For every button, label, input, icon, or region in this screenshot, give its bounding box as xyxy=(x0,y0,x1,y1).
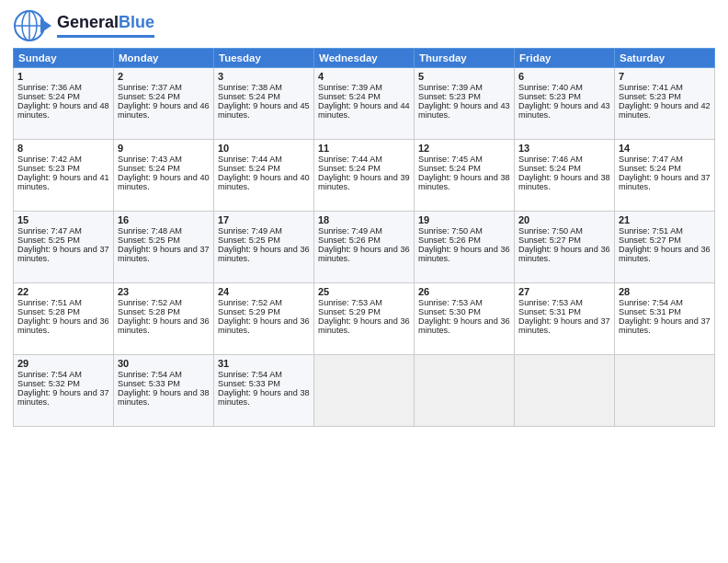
day-number: 30 xyxy=(118,358,210,369)
sunrise: Sunrise: 7:43 AM xyxy=(118,155,182,164)
sunset: Sunset: 5:26 PM xyxy=(418,236,481,245)
daylight: Daylight: 9 hours and 36 minutes. xyxy=(418,316,510,335)
weekday-thursday: Thursday xyxy=(415,49,515,68)
daylight: Daylight: 9 hours and 37 minutes. xyxy=(619,173,711,191)
weekday-sunday: Sunday xyxy=(14,49,114,68)
calendar-cell: 17Sunrise: 7:49 AMSunset: 5:25 PMDayligh… xyxy=(214,212,314,283)
sunrise: Sunrise: 7:53 AM xyxy=(318,298,382,307)
calendar-cell: 30Sunrise: 7:54 AMSunset: 5:33 PMDayligh… xyxy=(114,355,214,427)
sunset: Sunset: 5:24 PM xyxy=(518,164,581,173)
calendar-cell: 19Sunrise: 7:50 AMSunset: 5:26 PMDayligh… xyxy=(415,212,515,283)
calendar-cell: 10Sunrise: 7:44 AMSunset: 5:24 PMDayligh… xyxy=(214,140,314,212)
day-number: 5 xyxy=(418,71,510,82)
day-number: 18 xyxy=(318,214,410,225)
sunset: Sunset: 5:25 PM xyxy=(118,236,180,245)
daylight: Daylight: 9 hours and 38 minutes. xyxy=(518,173,610,191)
calendar-cell: 8Sunrise: 7:42 AMSunset: 5:23 PMDaylight… xyxy=(14,140,114,212)
sunset: Sunset: 5:24 PM xyxy=(218,92,280,101)
sunset: Sunset: 5:27 PM xyxy=(518,236,581,245)
day-number: 17 xyxy=(218,214,310,225)
calendar-body: 1Sunrise: 7:36 AMSunset: 5:24 PMDaylight… xyxy=(14,68,715,427)
calendar-cell: 1Sunrise: 7:36 AMSunset: 5:24 PMDaylight… xyxy=(14,68,114,140)
sunrise: Sunrise: 7:45 AM xyxy=(418,155,483,164)
day-number: 2 xyxy=(118,71,210,82)
daylight: Daylight: 9 hours and 36 minutes. xyxy=(218,245,310,263)
sunset: Sunset: 5:31 PM xyxy=(619,307,681,316)
day-number: 24 xyxy=(218,286,310,297)
sunset: Sunset: 5:32 PM xyxy=(17,379,80,388)
sunset: Sunset: 5:24 PM xyxy=(318,92,381,101)
sunrise: Sunrise: 7:38 AM xyxy=(218,83,282,92)
calendar-week-4: 22Sunrise: 7:51 AMSunset: 5:28 PMDayligh… xyxy=(14,283,715,355)
sunrise: Sunrise: 7:50 AM xyxy=(518,226,583,236)
day-number: 28 xyxy=(619,286,711,297)
calendar-cell xyxy=(515,355,615,427)
sunset: Sunset: 5:24 PM xyxy=(318,164,381,173)
calendar-cell: 4Sunrise: 7:39 AMSunset: 5:24 PMDaylight… xyxy=(314,68,415,140)
daylight: Daylight: 9 hours and 44 minutes. xyxy=(318,101,410,120)
sunrise: Sunrise: 7:53 AM xyxy=(418,298,483,307)
daylight: Daylight: 9 hours and 46 minutes. xyxy=(118,101,210,120)
calendar-cell xyxy=(615,355,715,427)
calendar-cell: 20Sunrise: 7:50 AMSunset: 5:27 PMDayligh… xyxy=(515,212,615,283)
sunset: Sunset: 5:27 PM xyxy=(619,236,681,245)
calendar-cell xyxy=(314,355,415,427)
sunset: Sunset: 5:33 PM xyxy=(218,379,280,388)
day-number: 11 xyxy=(318,143,410,154)
sunset: Sunset: 5:23 PM xyxy=(17,164,80,173)
calendar-cell: 29Sunrise: 7:54 AMSunset: 5:32 PMDayligh… xyxy=(14,355,114,427)
logo: GeneralBlue xyxy=(13,9,154,42)
sunrise: Sunrise: 7:52 AM xyxy=(218,298,282,307)
calendar-cell: 28Sunrise: 7:54 AMSunset: 5:31 PMDayligh… xyxy=(615,283,715,355)
sunrise: Sunrise: 7:47 AM xyxy=(17,226,82,236)
sunrise: Sunrise: 7:41 AM xyxy=(619,83,683,92)
calendar-cell: 26Sunrise: 7:53 AMSunset: 5:30 PMDayligh… xyxy=(415,283,515,355)
calendar-cell xyxy=(415,355,515,427)
calendar-cell: 25Sunrise: 7:53 AMSunset: 5:29 PMDayligh… xyxy=(314,283,415,355)
sunset: Sunset: 5:31 PM xyxy=(518,307,581,316)
sunset: Sunset: 5:28 PM xyxy=(118,307,180,316)
calendar-cell: 16Sunrise: 7:48 AMSunset: 5:25 PMDayligh… xyxy=(114,212,214,283)
calendar-week-3: 15Sunrise: 7:47 AMSunset: 5:25 PMDayligh… xyxy=(14,212,715,283)
daylight: Daylight: 9 hours and 36 minutes. xyxy=(318,316,410,335)
calendar-week-5: 29Sunrise: 7:54 AMSunset: 5:32 PMDayligh… xyxy=(14,355,715,427)
calendar-cell: 5Sunrise: 7:39 AMSunset: 5:23 PMDaylight… xyxy=(415,68,515,140)
sunrise: Sunrise: 7:51 AM xyxy=(619,226,683,236)
daylight: Daylight: 9 hours and 41 minutes. xyxy=(17,173,109,191)
daylight: Daylight: 9 hours and 36 minutes. xyxy=(418,245,510,263)
day-number: 27 xyxy=(518,286,610,297)
day-number: 14 xyxy=(619,143,711,154)
daylight: Daylight: 9 hours and 42 minutes. xyxy=(619,101,711,120)
daylight: Daylight: 9 hours and 48 minutes. xyxy=(17,101,109,120)
sunrise: Sunrise: 7:52 AM xyxy=(118,298,182,307)
daylight: Daylight: 9 hours and 43 minutes. xyxy=(418,101,510,120)
daylight: Daylight: 9 hours and 36 minutes. xyxy=(318,245,410,263)
sunrise: Sunrise: 7:44 AM xyxy=(218,155,282,164)
sunrise: Sunrise: 7:36 AM xyxy=(17,83,82,92)
daylight: Daylight: 9 hours and 37 minutes. xyxy=(619,316,711,335)
sunrise: Sunrise: 7:39 AM xyxy=(318,83,382,92)
main-container: GeneralBlue SundayMondayTuesdayWednesday… xyxy=(0,0,728,563)
day-number: 13 xyxy=(518,143,610,154)
calendar-cell: 21Sunrise: 7:51 AMSunset: 5:27 PMDayligh… xyxy=(615,212,715,283)
daylight: Daylight: 9 hours and 37 minutes. xyxy=(17,388,109,407)
day-number: 1 xyxy=(17,71,109,82)
sunrise: Sunrise: 7:51 AM xyxy=(17,298,82,307)
sunset: Sunset: 5:24 PM xyxy=(17,92,80,101)
day-number: 12 xyxy=(418,143,510,154)
daylight: Daylight: 9 hours and 45 minutes. xyxy=(218,101,310,120)
calendar-cell: 15Sunrise: 7:47 AMSunset: 5:25 PMDayligh… xyxy=(14,212,114,283)
sunrise: Sunrise: 7:53 AM xyxy=(518,298,583,307)
sunrise: Sunrise: 7:37 AM xyxy=(118,83,182,92)
daylight: Daylight: 9 hours and 36 minutes. xyxy=(118,316,210,335)
sunset: Sunset: 5:26 PM xyxy=(318,236,381,245)
calendar-cell: 31Sunrise: 7:54 AMSunset: 5:33 PMDayligh… xyxy=(214,355,314,427)
calendar-cell: 9Sunrise: 7:43 AMSunset: 5:24 PMDaylight… xyxy=(114,140,214,212)
sunrise: Sunrise: 7:54 AM xyxy=(218,370,282,379)
daylight: Daylight: 9 hours and 37 minutes. xyxy=(518,316,610,335)
calendar-cell: 24Sunrise: 7:52 AMSunset: 5:29 PMDayligh… xyxy=(214,283,314,355)
day-number: 26 xyxy=(418,286,510,297)
sunrise: Sunrise: 7:46 AM xyxy=(518,155,583,164)
sunset: Sunset: 5:23 PM xyxy=(619,92,681,101)
daylight: Daylight: 9 hours and 37 minutes. xyxy=(118,245,210,263)
